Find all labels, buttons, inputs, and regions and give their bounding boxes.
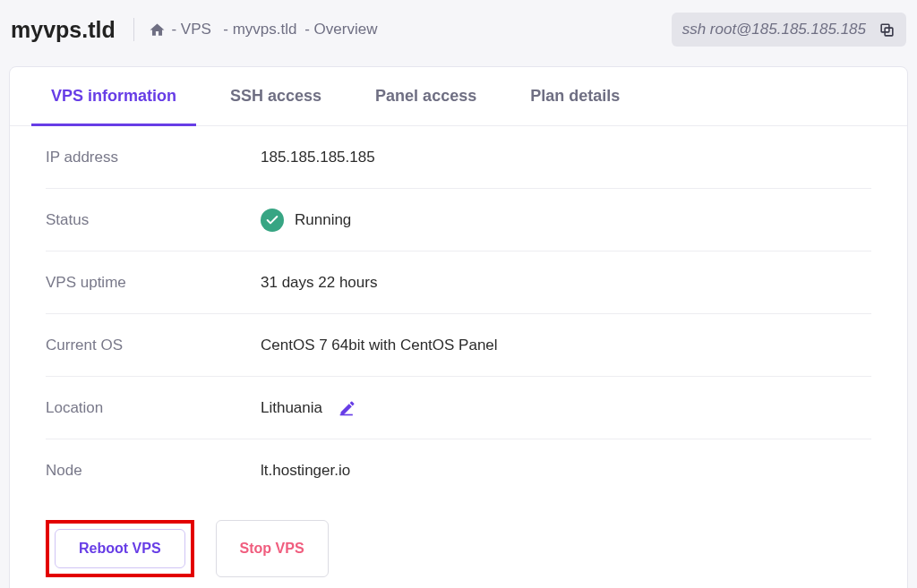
value-uptime: 31 days 22 hours [261,274,377,292]
reboot-button[interactable]: Reboot VPS [55,529,185,568]
label-ip-address: IP address [46,149,261,166]
label-node: Node [46,462,261,480]
value-location: Lithuania [261,399,356,417]
home-icon[interactable] [149,21,166,38]
row-node: Node lt.hostinger.io [46,439,871,502]
status-text: Running [295,211,351,229]
ssh-command-box[interactable]: ssh root@185.185.185.185 [672,13,906,47]
label-status: Status [46,211,261,229]
top-bar: myvps.tld - VPS - myvps.tld - Overview s… [0,0,917,66]
vps-card: VPS information SSH access Panel access … [9,66,908,588]
action-buttons: Reboot VPS Stop VPS [10,502,907,588]
row-current-os: Current OS CentOS 7 64bit with CentOS Pa… [46,314,871,377]
tab-ssh-access[interactable]: SSH access [203,67,348,125]
label-location: Location [46,399,261,417]
breadcrumb-seg-overview[interactable]: - Overview [300,21,379,38]
ssh-command-text: ssh root@185.185.185.185 [682,21,866,38]
row-uptime: VPS uptime 31 days 22 hours [46,251,871,314]
breadcrumb-seg-vps[interactable]: - VPS [167,21,218,38]
divider [133,18,134,41]
row-status: Status Running [46,189,871,251]
label-current-os: Current OS [46,337,261,354]
tabs: VPS information SSH access Panel access … [10,67,907,126]
row-ip-address: IP address 185.185.185.185 [46,126,871,189]
label-uptime: VPS uptime [46,274,261,292]
location-text: Lithuania [261,399,322,417]
svg-rect-2 [340,413,353,415]
value-current-os: CentOS 7 64bit with CentOS Panel [261,337,498,354]
row-location: Location Lithuania [46,377,871,439]
tab-panel-access[interactable]: Panel access [348,67,503,125]
edit-icon[interactable] [339,399,356,417]
breadcrumb[interactable]: - VPS - myvps.tld - Overview [149,21,381,38]
stop-button[interactable]: Stop VPS [216,520,329,577]
reboot-highlight: Reboot VPS [46,520,194,577]
tab-plan-details[interactable]: Plan details [503,67,647,125]
check-icon [261,209,284,232]
info-list: IP address 185.185.185.185 Status Runnin… [10,126,907,502]
breadcrumb-seg-host[interactable]: - myvps.tld [219,21,299,38]
value-status: Running [261,209,351,232]
value-ip-address: 185.185.185.185 [261,149,375,166]
copy-icon[interactable] [878,21,896,38]
tab-vps-information[interactable]: VPS information [24,67,203,125]
site-title: myvps.tld [11,17,133,43]
value-node: lt.hostinger.io [261,462,350,480]
